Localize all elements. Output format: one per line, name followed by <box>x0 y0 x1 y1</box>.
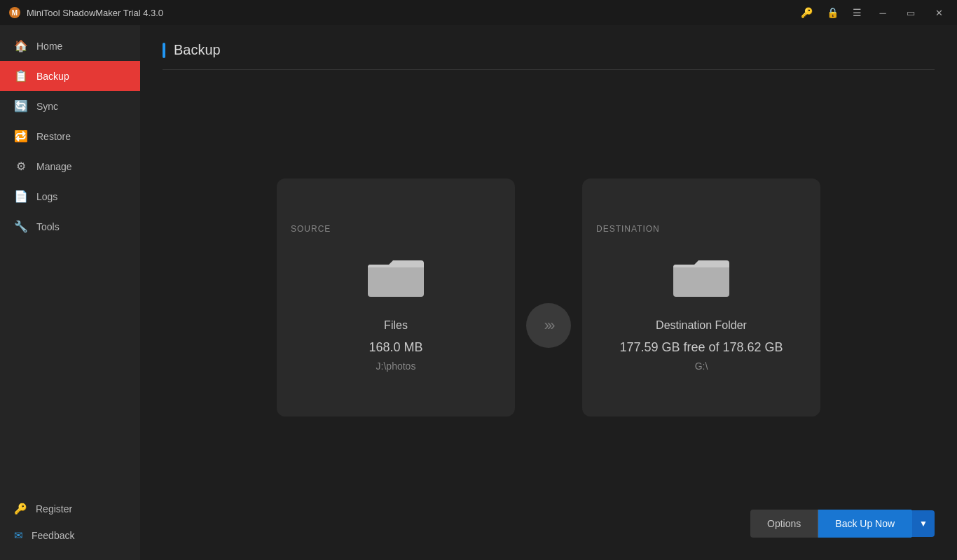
options-button[interactable]: Options <box>750 510 818 538</box>
sidebar-label-restore: Restore <box>36 131 71 142</box>
source-name: Files <box>384 319 408 332</box>
sync-icon: 🔄 <box>14 99 28 113</box>
logs-icon: 📄 <box>14 190 28 203</box>
sidebar: 🏠 Home 📋 Backup 🔄 Sync 🔁 Restore ⚙ Manag… <box>0 25 140 560</box>
destination-name: Destination Folder <box>656 319 747 332</box>
titlebar: M MiniTool ShadowMaker Trial 4.3.0 🔑 🔒 ☰… <box>0 0 957 25</box>
close-button[interactable]: ✕ <box>929 3 949 22</box>
destination-label: DESTINATION <box>596 224 660 234</box>
page-title-accent <box>163 43 165 58</box>
page-title: Backup <box>174 42 221 58</box>
destination-card[interactable]: DESTINATION Destination Folder 177.59 GB… <box>582 178 820 416</box>
sidebar-item-home[interactable]: 🏠 Home <box>0 31 140 61</box>
sidebar-nav: 🏠 Home 📋 Backup 🔄 Sync 🔁 Restore ⚙ Manag… <box>0 31 140 241</box>
sidebar-item-register[interactable]: 🔑 Register <box>0 496 140 522</box>
register-icon: 🔑 <box>14 503 27 515</box>
sidebar-item-restore[interactable]: 🔁 Restore <box>0 121 140 151</box>
svg-rect-2 <box>368 265 424 297</box>
tools-icon: 🔧 <box>14 220 28 233</box>
source-size: 168.0 MB <box>369 340 422 355</box>
source-folder-icon <box>368 255 424 302</box>
key-icon[interactable]: 🔑 <box>798 6 815 20</box>
sidebar-label-tools: Tools <box>36 221 60 232</box>
app-title: MiniTool ShadowMaker Trial 4.3.0 <box>27 8 798 18</box>
sidebar-label-home: Home <box>36 41 62 52</box>
feedback-icon: ✉ <box>14 529 23 542</box>
app-logo: M <box>8 6 21 19</box>
main-content: Backup SOURCE Files 168.0 MB J:\photos ›… <box>140 25 957 560</box>
window-controls: 🔑 🔒 ☰ ─ ▭ ✕ <box>798 3 949 22</box>
sidebar-label-logs: Logs <box>36 191 57 202</box>
sidebar-label-register: Register <box>36 503 72 514</box>
destination-free-space: 177.59 GB free of 178.62 GB <box>619 340 783 355</box>
sidebar-item-tools[interactable]: 🔧 Tools <box>0 211 140 241</box>
sidebar-item-backup[interactable]: 📋 Backup <box>0 61 140 91</box>
sidebar-label-sync: Sync <box>36 101 58 112</box>
backup-now-button[interactable]: Back Up Now <box>818 510 911 538</box>
minimize-button[interactable]: ─ <box>873 3 893 22</box>
sidebar-item-feedback[interactable]: ✉ Feedback <box>0 522 140 549</box>
sidebar-label-feedback: Feedback <box>32 530 74 541</box>
restore-button[interactable]: ▭ <box>901 3 921 22</box>
page-header: Backup <box>163 42 935 70</box>
arrow-button[interactable]: ››› <box>526 303 571 348</box>
destination-path: G:\ <box>695 360 708 372</box>
sidebar-item-sync[interactable]: 🔄 Sync <box>0 91 140 121</box>
backup-dropdown-button[interactable]: ▼ <box>911 510 935 537</box>
lock-icon[interactable]: 🔒 <box>824 6 841 20</box>
svg-text:M: M <box>12 9 18 17</box>
app-layout: 🏠 Home 📋 Backup 🔄 Sync 🔁 Restore ⚙ Manag… <box>0 25 957 560</box>
backup-area: SOURCE Files 168.0 MB J:\photos ››› DEST… <box>163 97 935 498</box>
source-card[interactable]: SOURCE Files 168.0 MB J:\photos <box>277 178 515 416</box>
sidebar-footer: 🔑 Register ✉ Feedback <box>0 496 140 560</box>
arrow-chevrons-icon: ››› <box>544 316 553 335</box>
menu-icon[interactable]: ☰ <box>850 6 865 20</box>
svg-rect-3 <box>673 265 729 297</box>
source-label: SOURCE <box>291 224 331 234</box>
home-icon: 🏠 <box>14 39 28 52</box>
sidebar-label-manage: Manage <box>36 161 72 172</box>
backup-icon: 📋 <box>14 69 28 83</box>
manage-icon: ⚙ <box>14 160 28 173</box>
source-path: J:\photos <box>376 360 416 372</box>
sidebar-item-logs[interactable]: 📄 Logs <box>0 181 140 211</box>
action-bar: Options Back Up Now ▼ <box>163 498 935 543</box>
sidebar-item-manage[interactable]: ⚙ Manage <box>0 151 140 181</box>
sidebar-label-backup: Backup <box>36 71 69 82</box>
restore-icon: 🔁 <box>14 130 28 143</box>
destination-folder-icon <box>673 255 729 302</box>
